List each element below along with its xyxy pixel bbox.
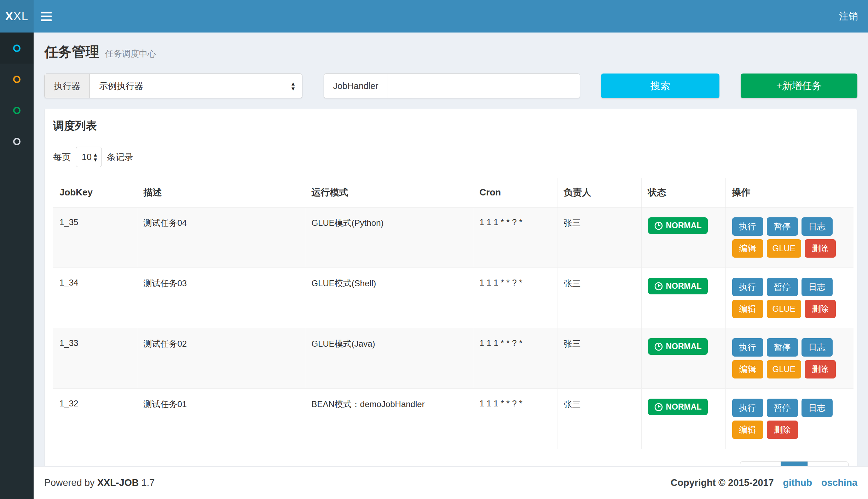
pause-button[interactable]: 暂停	[767, 399, 798, 417]
log-button[interactable]: 日志	[802, 338, 833, 357]
cell-owner: 张三	[557, 207, 641, 268]
status-text: NORMAL	[666, 281, 702, 291]
cell-status: NORMAL	[641, 207, 725, 268]
footer-right: Copyright © 2015-2017 github oschina	[671, 477, 857, 488]
edit-button[interactable]: 编辑	[732, 239, 763, 258]
oschina-link[interactable]: oschina	[821, 477, 857, 488]
status-badge: NORMAL	[648, 338, 708, 355]
page-subtitle: 任务调度中心	[105, 48, 156, 59]
app-logo[interactable]: XXL	[0, 0, 34, 33]
clock-icon	[654, 403, 663, 411]
glue-button[interactable]: GLUE	[767, 300, 801, 318]
circle-icon	[13, 107, 21, 114]
cell-jobkey: 1_32	[53, 389, 137, 449]
edit-button[interactable]: 编辑	[732, 300, 763, 318]
sidebar-item-dispatch-log[interactable]	[0, 64, 34, 95]
page-size-select[interactable]: 10 ▲▼	[76, 147, 102, 167]
product-name: XXL-JOB	[97, 477, 139, 488]
sidebar-item-help[interactable]	[0, 126, 34, 157]
circle-icon	[13, 45, 21, 52]
delete-button[interactable]: 删除	[805, 360, 836, 378]
cell-jobkey: 1_35	[53, 207, 137, 268]
cell-desc: 测试任务04	[137, 207, 305, 268]
table-row: 1_32 测试任务01 BEAN模式：demoJobHandler 1 1 1 …	[53, 389, 853, 449]
logout-link[interactable]: 注销	[839, 0, 858, 33]
main-content: 任务管理 任务调度中心 执行器 示例执行器 ▲▼ JobHandler 搜索 +…	[34, 33, 868, 466]
log-button[interactable]: 日志	[802, 278, 833, 296]
pause-button[interactable]: 暂停	[767, 217, 798, 236]
page-size-suffix: 条记录	[107, 151, 133, 163]
cell-mode: GLUE模式(Python)	[305, 207, 473, 268]
pause-button[interactable]: 暂停	[767, 338, 798, 357]
log-button[interactable]: 日志	[802, 399, 833, 417]
cell-status: NORMAL	[641, 268, 725, 328]
executor-label: 执行器	[45, 74, 90, 98]
delete-button[interactable]: 删除	[767, 421, 798, 439]
glue-button[interactable]: GLUE	[767, 239, 801, 258]
page-title: 任务管理	[44, 42, 99, 61]
edit-button[interactable]: 编辑	[732, 421, 763, 439]
status-text: NORMAL	[666, 342, 702, 351]
clock-icon	[654, 222, 663, 230]
col-header-mode: 运行模式	[305, 178, 473, 207]
github-link[interactable]: github	[783, 477, 812, 488]
cell-cron: 1 1 1 * * ? *	[473, 389, 557, 449]
hamburger-icon	[41, 16, 52, 17]
col-header-desc: 描述	[137, 178, 305, 207]
filter-toolbar: 执行器 示例执行器 ▲▼ JobHandler 搜索 +新增任务	[44, 74, 857, 98]
executor-filter-group: 执行器 示例执行器 ▲▼	[44, 74, 302, 98]
table-row: 1_35 测试任务04 GLUE模式(Python) 1 1 1 * * ? *…	[53, 207, 853, 268]
cell-cron: 1 1 1 * * ? *	[473, 268, 557, 328]
status-badge: NORMAL	[648, 278, 708, 294]
cell-ops: 执行 暂停 日志 编辑 删除	[725, 389, 853, 449]
cell-desc: 测试任务02	[137, 328, 305, 389]
hamburger-icon	[41, 19, 52, 21]
logo-text-bold: X	[5, 10, 13, 23]
page-size-value: 10	[82, 152, 92, 162]
status-text: NORMAL	[666, 221, 702, 230]
run-button[interactable]: 执行	[732, 399, 763, 417]
search-button[interactable]: 搜索	[601, 74, 719, 98]
col-header-status: 状态	[641, 178, 725, 207]
schedule-list-panel: 调度列表 每页 10 ▲▼ 条记录 JobKey 描述 运行模式 Cron 负责…	[44, 109, 857, 497]
cell-status: NORMAL	[641, 328, 725, 389]
cell-ops: 执行 暂停 日志 编辑 GLUE 删除	[725, 207, 853, 268]
delete-button[interactable]: 删除	[805, 300, 836, 318]
run-button[interactable]: 执行	[732, 338, 763, 357]
jobhandler-label: JobHandler	[324, 74, 388, 98]
top-navbar: XXL 注销	[0, 0, 868, 33]
cell-cron: 1 1 1 * * ? *	[473, 207, 557, 268]
glue-button[interactable]: GLUE	[767, 360, 801, 378]
cell-owner: 张三	[557, 268, 641, 328]
pause-button[interactable]: 暂停	[767, 278, 798, 296]
col-header-jobkey: JobKey	[53, 178, 137, 207]
page-footer: Powered by XXL-JOB 1.7 Copyright © 2015-…	[34, 466, 868, 499]
executor-select[interactable]: 示例执行器 ▲▼	[90, 74, 302, 98]
page-header: 任务管理 任务调度中心	[44, 33, 857, 61]
clock-icon	[654, 342, 663, 351]
circle-icon	[13, 76, 21, 83]
log-button[interactable]: 日志	[802, 217, 833, 236]
delete-button[interactable]: 删除	[805, 239, 836, 258]
jobhandler-input[interactable]	[388, 74, 580, 98]
add-job-button[interactable]: +新增任务	[741, 74, 857, 98]
product-version: 1.7	[141, 477, 155, 488]
jobs-table: JobKey 描述 运行模式 Cron 负责人 状态 操作 1_35 测试任务0…	[53, 178, 853, 449]
edit-button[interactable]: 编辑	[732, 360, 763, 378]
page-size-control: 每页 10 ▲▼ 条记录	[53, 147, 849, 167]
cell-owner: 张三	[557, 328, 641, 389]
powered-prefix: Powered by	[44, 477, 95, 488]
run-button[interactable]: 执行	[732, 278, 763, 296]
col-header-cron: Cron	[473, 178, 557, 207]
status-text: NORMAL	[666, 402, 702, 412]
cell-owner: 张三	[557, 389, 641, 449]
cell-mode: BEAN模式：demoJobHandler	[305, 389, 473, 449]
cell-mode: GLUE模式(Shell)	[305, 268, 473, 328]
clock-icon	[654, 282, 663, 290]
sidebar-item-executor-manage[interactable]	[0, 95, 34, 126]
circle-icon	[13, 138, 21, 145]
run-button[interactable]: 执行	[732, 217, 763, 236]
table-header-row: JobKey 描述 运行模式 Cron 负责人 状态 操作	[53, 178, 853, 207]
sidebar-item-job-manage[interactable]	[0, 33, 34, 64]
sidebar-toggle-button[interactable]	[34, 0, 59, 33]
